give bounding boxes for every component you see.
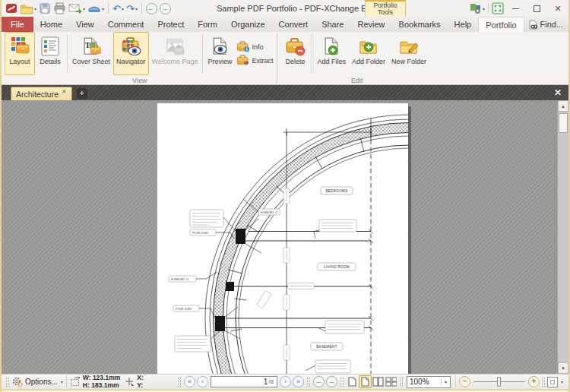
- preview-button[interactable]: Preview: [204, 32, 235, 75]
- tab-close-icon[interactable]: ✕: [62, 88, 67, 95]
- welcome-page-button[interactable]: Welcome Page: [149, 32, 201, 75]
- ui-options-dropdown-icon[interactable]: ▾: [483, 6, 485, 11]
- menu-organize[interactable]: Organize: [224, 17, 272, 32]
- fit-dropdown-icon[interactable]: ▾: [561, 379, 563, 384]
- redo-dropdown-icon[interactable]: ▾: [135, 6, 138, 11]
- menu-share[interactable]: Share: [315, 17, 350, 32]
- two-page-continuous-button[interactable]: [385, 375, 397, 388]
- options-dropdown-icon[interactable]: ▾: [61, 379, 63, 384]
- details-button[interactable]: Details: [35, 32, 65, 75]
- scroll-down-icon[interactable]: ▼: [558, 362, 568, 374]
- cover-sheet-button[interactable]: T Cover Sheet: [69, 32, 113, 75]
- menu-form[interactable]: Form: [191, 17, 224, 32]
- zoom-slider-handle[interactable]: [497, 377, 501, 387]
- find-icon: [528, 20, 538, 30]
- group-label-edit: Edit: [280, 77, 434, 84]
- app-logo-icon[interactable]: [5, 2, 18, 15]
- ribbon-group-edit: Delete Add Files Add Folder New Folder: [280, 32, 434, 84]
- next-page-button[interactable]: ›: [280, 376, 291, 387]
- maximize-button[interactable]: [526, 1, 547, 16]
- zoom-dropdown-icon[interactable]: ▾: [441, 379, 450, 384]
- scan-dropdown-icon[interactable]: ▾: [102, 6, 104, 11]
- layout-button[interactable]: Layout: [5, 32, 35, 75]
- history-back-button[interactable]: ←: [146, 3, 157, 14]
- add-files-button[interactable]: Add Files: [314, 32, 349, 75]
- navigator-button[interactable]: Navigator: [113, 32, 149, 75]
- scan-button[interactable]: ▾: [87, 2, 105, 15]
- fit-page-button[interactable]: ▾: [547, 377, 563, 387]
- toolbar-separator: [488, 3, 489, 14]
- zoom-out-button[interactable]: −: [459, 376, 470, 387]
- details-icon: [40, 35, 60, 58]
- fullscreen-button[interactable]: [491, 2, 505, 15]
- toolbar-separator: [141, 3, 142, 14]
- menu-help[interactable]: Help: [448, 17, 479, 32]
- menu-review[interactable]: Review: [350, 17, 391, 32]
- annotation-note: [314, 220, 356, 239]
- svg-text:FORM SET #1: FORM SET #1: [171, 278, 189, 281]
- close-button[interactable]: ✕: [547, 1, 568, 16]
- first-page-button[interactable]: «: [184, 376, 195, 387]
- open-dropdown-icon[interactable]: ▾: [34, 6, 36, 11]
- view-back-button[interactable]: ←: [313, 376, 325, 387]
- view-forward-button[interactable]: →: [326, 376, 337, 387]
- vertical-scrollbar[interactable]: ▲ ▼: [557, 100, 568, 374]
- print-button[interactable]: [52, 2, 67, 15]
- undo-dropdown-icon[interactable]: ▾: [122, 6, 124, 11]
- menu-convert[interactable]: Convert: [272, 17, 315, 32]
- svg-text:BEDROOMS: BEDROOMS: [325, 189, 347, 193]
- scroll-up-icon[interactable]: ▲: [558, 100, 568, 112]
- continuous-page-button[interactable]: [359, 375, 372, 388]
- zoom-level-select[interactable]: 100% ▾: [407, 376, 451, 388]
- quick-access-toolbar: ▾ ▾ ▾ ↶▾ ↷▾ ← →: [5, 2, 172, 15]
- toolbar-grip[interactable]: [178, 377, 181, 387]
- two-page-button[interactable]: [372, 375, 385, 388]
- menu-home[interactable]: Home: [33, 17, 69, 32]
- toolbar-grip[interactable]: [340, 377, 344, 387]
- zoom-slider[interactable]: [473, 376, 525, 387]
- menu-comment[interactable]: Comment: [101, 17, 151, 32]
- toolbar-grip[interactable]: [307, 377, 310, 387]
- window-title: Sample PDF Portfolio - PDF-XChange Edito…: [217, 0, 383, 17]
- email-dropdown-icon[interactable]: ▾: [83, 6, 85, 11]
- portfolio-tools-tab[interactable]: Portfolio Tools: [365, 0, 406, 17]
- open-button[interactable]: ▾: [19, 2, 37, 15]
- close-document-icon[interactable]: ✕: [552, 87, 564, 98]
- redo-button[interactable]: ↷▾: [125, 2, 138, 15]
- annotation-note: [190, 210, 236, 231]
- delete-button[interactable]: Delete: [280, 32, 310, 75]
- last-page-button[interactable]: »: [293, 376, 304, 387]
- add-folder-button[interactable]: Add Folder: [349, 32, 388, 75]
- cover-sheet-icon: T: [81, 35, 102, 58]
- scrollbar-thumb[interactable]: [559, 113, 568, 133]
- ui-options-button[interactable]: ▾: [469, 2, 486, 15]
- new-tab-button[interactable]: +: [77, 88, 87, 99]
- menu-bookmarks[interactable]: Bookmarks: [392, 17, 448, 32]
- prev-page-button[interactable]: ‹: [197, 376, 208, 387]
- menu-protect[interactable]: Protect: [150, 17, 191, 32]
- toolbar-grip[interactable]: [542, 377, 545, 387]
- single-page-button[interactable]: [346, 375, 359, 388]
- toolbar-grip[interactable]: [6, 377, 9, 387]
- annotation-note: [306, 360, 350, 373]
- options-button[interactable]: Options... ▾: [11, 377, 63, 387]
- undo-button[interactable]: ↶▾: [112, 2, 125, 15]
- document-tab-bar: Architecture ✕ + ✕: [2, 85, 568, 100]
- email-button[interactable]: ▾: [68, 2, 86, 15]
- zoom-in-button[interactable]: +: [528, 376, 540, 387]
- save-button[interactable]: [38, 2, 52, 15]
- info-button[interactable]: Info: [236, 41, 273, 52]
- extract-button[interactable]: Extract: [236, 55, 273, 66]
- find-button[interactable]: Find...: [524, 20, 568, 30]
- page-number-field[interactable]: 1/8: [211, 376, 277, 387]
- menu-view[interactable]: View: [69, 17, 101, 32]
- history-forward-button[interactable]: →: [160, 3, 171, 14]
- new-folder-button[interactable]: New Folder: [388, 32, 429, 75]
- minimize-button[interactable]: [505, 1, 526, 16]
- menu-file[interactable]: File: [2, 17, 33, 32]
- toolbar-separator: [108, 3, 109, 14]
- menu-portfolio[interactable]: Portfolio: [478, 17, 524, 32]
- toolbar-grip[interactable]: [400, 377, 403, 387]
- tab-architecture[interactable]: Architecture ✕: [11, 87, 72, 100]
- room-label-basement: BASEMENT: [311, 343, 343, 350]
